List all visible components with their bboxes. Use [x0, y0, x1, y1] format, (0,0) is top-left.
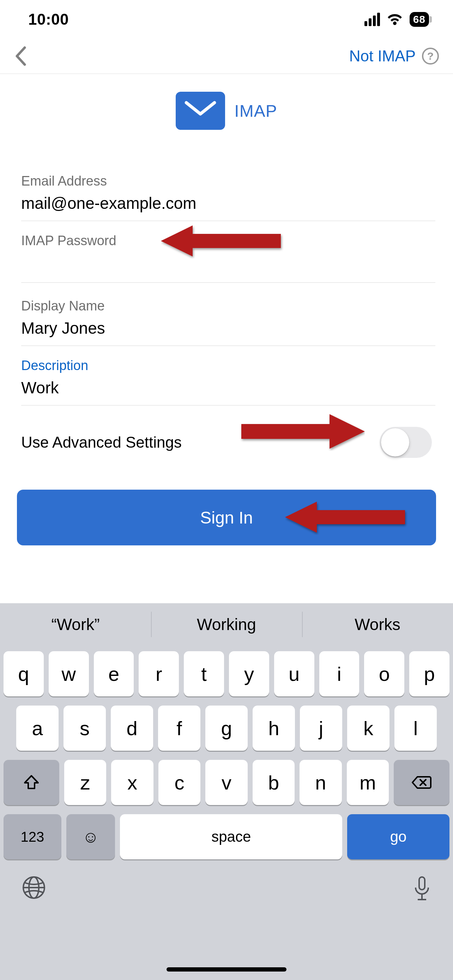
key-o[interactable]: o — [364, 651, 404, 696]
back-button[interactable] — [14, 46, 28, 67]
signin-form: Email Address IMAP Password Display Name… — [0, 137, 453, 546]
battery-level: 68 — [413, 13, 426, 25]
description-row[interactable]: Description — [21, 346, 436, 406]
key-q[interactable]: q — [3, 651, 44, 696]
key-d[interactable]: d — [111, 706, 153, 751]
svg-marker-2 — [285, 502, 405, 533]
advanced-row: Use Advanced Settings — [21, 406, 436, 479]
key-a[interactable]: a — [16, 706, 59, 751]
advanced-toggle[interactable] — [380, 427, 432, 458]
key-p[interactable]: p — [409, 651, 450, 696]
help-icon[interactable]: ? — [422, 48, 439, 65]
key-v[interactable]: v — [205, 760, 247, 805]
emoji-icon: ☺︎ — [83, 827, 99, 846]
key-n[interactable]: n — [300, 760, 342, 805]
annotation-arrow-icon — [285, 500, 408, 535]
key-b[interactable]: b — [253, 760, 295, 805]
key-r[interactable]: r — [139, 651, 179, 696]
display-name-label: Display Name — [21, 298, 436, 313]
numeric-key[interactable]: 123 — [3, 814, 61, 859]
key-y[interactable]: y — [229, 651, 269, 696]
key-l[interactable]: l — [394, 706, 437, 751]
mail-icon — [176, 92, 225, 130]
annotation-arrow-icon — [238, 412, 365, 451]
email-label: Email Address — [21, 173, 436, 189]
key-t[interactable]: t — [184, 651, 224, 696]
description-field[interactable] — [21, 378, 436, 397]
email-field[interactable] — [21, 194, 436, 213]
backspace-icon — [412, 775, 431, 789]
key-z[interactable]: z — [64, 760, 106, 805]
key-h[interactable]: h — [253, 706, 295, 751]
email-row[interactable]: Email Address — [21, 162, 436, 221]
mic-icon — [412, 875, 432, 903]
cellular-icon — [364, 13, 380, 26]
page-title: IMAP — [0, 74, 453, 137]
password-label: IMAP Password — [21, 233, 436, 248]
emoji-key[interactable]: ☺︎ — [66, 814, 115, 859]
status-bar: 10:00 68 — [0, 0, 453, 39]
key-k[interactable]: k — [347, 706, 389, 751]
key-e[interactable]: e — [94, 651, 134, 696]
backspace-key[interactable] — [394, 760, 450, 805]
shift-icon — [23, 774, 40, 791]
home-indicator[interactable] — [167, 967, 286, 972]
dictation-key[interactable] — [412, 875, 432, 905]
key-m[interactable]: m — [347, 760, 389, 805]
signin-button[interactable]: Sign In — [17, 490, 436, 546]
suggestion[interactable]: Working — [151, 603, 302, 646]
key-x[interactable]: x — [111, 760, 153, 805]
key-w[interactable]: w — [49, 651, 89, 696]
display-name-field[interactable] — [21, 318, 436, 337]
nav-bar: Not IMAP ? — [0, 39, 453, 74]
svg-marker-1 — [241, 414, 365, 449]
key-f[interactable]: f — [158, 706, 200, 751]
not-imap-link[interactable]: Not IMAP — [349, 47, 416, 65]
key-c[interactable]: c — [158, 760, 200, 805]
keyboard: “Work” Working Works qwertyuiop asdfghjk… — [0, 603, 453, 980]
page-title-text: IMAP — [234, 101, 277, 121]
password-row[interactable]: IMAP Password — [21, 221, 436, 283]
battery-icon: 68 — [410, 12, 432, 27]
shift-key[interactable] — [3, 760, 59, 805]
globe-icon — [21, 875, 46, 900]
go-key[interactable]: go — [347, 814, 450, 859]
suggestion[interactable]: Works — [302, 603, 453, 646]
wifi-icon — [387, 13, 402, 26]
status-time: 10:00 — [28, 11, 69, 28]
key-u[interactable]: u — [274, 651, 314, 696]
key-g[interactable]: g — [205, 706, 248, 751]
space-key[interactable]: space — [120, 814, 342, 859]
advanced-label: Use Advanced Settings — [21, 434, 182, 451]
suggestion[interactable]: “Work” — [0, 603, 151, 646]
key-i[interactable]: i — [319, 651, 359, 696]
display-name-row[interactable]: Display Name — [21, 286, 436, 346]
password-field[interactable] — [21, 253, 436, 272]
suggestion-bar: “Work” Working Works — [0, 603, 453, 646]
signin-label: Sign In — [200, 508, 253, 527]
description-label: Description — [21, 358, 436, 373]
globe-key[interactable] — [21, 875, 46, 905]
key-s[interactable]: s — [64, 706, 106, 751]
key-j[interactable]: j — [300, 706, 342, 751]
svg-rect-8 — [419, 877, 425, 890]
